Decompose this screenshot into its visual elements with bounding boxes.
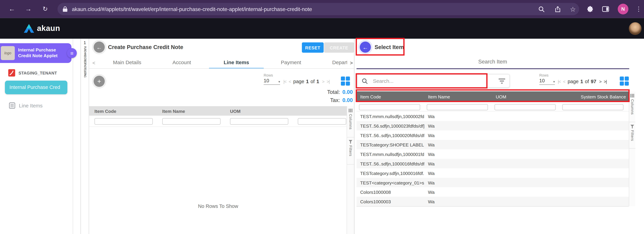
browser-menu-icon[interactable]: ⋮ — [634, 0, 643, 18]
browser-profile-avatar[interactable]: N — [618, 4, 628, 15]
page-tab-strip[interactable]: 1 PURCHASE CREDIT NOTE LISTING — [80, 39, 89, 234]
paginator: |< < page 1 of 1 > >| — [284, 79, 330, 84]
filter-input-system-stock-balance[interactable] — [562, 104, 623, 110]
table-row[interactable]: TEST.mmm.nullsdfjn,1000001fd... Wa — [356, 149, 629, 159]
columns-tool-button[interactable]: Columns — [629, 91, 635, 122]
pagination-last-icon[interactable]: >| — [327, 79, 330, 84]
pagination-next-icon[interactable]: > — [599, 79, 601, 84]
table-filter-row — [356, 102, 629, 111]
columns-icon — [630, 94, 634, 97]
rows-per-page-select[interactable]: 10 ▾ — [264, 78, 280, 85]
applet-logo: logo — [1, 46, 15, 60]
browser-back-icon[interactable]: ← — [6, 0, 18, 18]
browser-forward-icon[interactable]: → — [22, 0, 34, 18]
filter-list-icon[interactable] — [498, 78, 505, 83]
grid-view-icon[interactable] — [620, 76, 629, 85]
reset-button[interactable]: RESET — [302, 42, 324, 53]
browser-toolbar: ← → ↻ akaun.cloud/#/applets/tnt/wavelet/… — [0, 0, 644, 18]
pagination-prev-icon[interactable]: < — [563, 79, 565, 84]
item-code-cell: TEST..56.sdfjn,1000023fdfds/df]... — [356, 123, 424, 128]
tabs-viewport: Main Details Account Line Items Payment … — [100, 58, 347, 68]
sidebar-item-line-items[interactable]: Line Items — [9, 102, 42, 108]
filter-input-item-name[interactable] — [427, 104, 488, 110]
module-button[interactable]: Internal Purchase Cred — [5, 81, 68, 94]
filter-input-item-code[interactable] — [94, 118, 153, 125]
table-row[interactable]: TEST..56..sdfjn,1000020fdfds/df... Wa — [356, 131, 629, 140]
bookmark-star-icon[interactable]: ☆ — [570, 3, 576, 15]
item-code-cell: TESTcategory.sdfjn,1000016fdf... — [356, 171, 424, 175]
user-avatar[interactable] — [629, 22, 642, 35]
column-header-item-name[interactable]: Item Name — [157, 108, 224, 113]
filter-input-extra[interactable] — [298, 118, 346, 125]
akaun-logo-icon — [24, 24, 34, 33]
filters-tool-button[interactable]: Filters — [629, 122, 635, 149]
pagination-prev-icon[interactable]: < — [289, 79, 291, 84]
tab-department[interactable]: Department — [318, 58, 347, 68]
columns-tool-button[interactable]: Columns — [347, 106, 354, 138]
column-header-uom[interactable]: UOM — [225, 108, 292, 113]
tab-scroll-right-icon[interactable]: > — [350, 60, 353, 66]
item-search-input[interactable] — [371, 77, 499, 85]
sidebar-menu-toggle-icon[interactable]: ≡ — [67, 48, 77, 58]
create-button[interactable]: CREATE — [324, 42, 354, 53]
tab-account[interactable]: Account — [154, 58, 209, 68]
browser-reload-icon[interactable]: ↻ — [39, 0, 51, 18]
table-row[interactable]: TESTcategory:SHOPEE LABEL Ar... Wa — [356, 140, 629, 150]
applet-button[interactable]: logo Internal Purchase Credit Note Apple… — [0, 43, 72, 63]
table-row[interactable]: TESTcategory.sdfjn,1000016fdf... Wa — [356, 168, 629, 178]
filter-input-item-name[interactable] — [162, 118, 220, 125]
table-row[interactable]: TEST..56.sdfjn,1000023fdfds/df]... Wa — [356, 121, 629, 131]
search-heading: Search Item — [356, 58, 629, 64]
tab-scroll-left-icon[interactable]: < — [92, 60, 95, 66]
tenant-row[interactable]: STAGING_TENANT — [8, 69, 57, 76]
back-button[interactable]: ← — [360, 42, 371, 53]
purchase-credit-note-panel: ← Create Purchase Credit Note RESET CREA… — [89, 39, 354, 234]
rows-per-page-select[interactable]: 10 ▾ — [539, 78, 555, 85]
rows-per-page-label: Rows — [264, 73, 273, 77]
table-row[interactable]: Colors1000008 Wa — [356, 187, 629, 197]
back-button[interactable]: ← — [94, 42, 105, 53]
pagination-first-icon[interactable]: |< — [284, 79, 286, 84]
item-name-cell: Wa — [424, 152, 492, 157]
tax-value: 0.00 — [342, 96, 353, 105]
table-row[interactable]: TEST.mmm.nullsdfjn,1000002fd... Wa — [356, 111, 629, 121]
add-line-item-button[interactable]: + — [94, 76, 105, 87]
column-header-item-name[interactable]: Item Name — [424, 94, 492, 99]
filter-input-uom[interactable] — [230, 118, 288, 125]
omnibox-search-icon[interactable] — [538, 3, 544, 15]
table-row[interactable]: Colors1000003 Wa — [356, 197, 629, 206]
pagination-first-icon[interactable]: |< — [558, 79, 561, 84]
table-row[interactable]: TEST<category<category_01>s... Wa — [356, 178, 629, 187]
grid-view-icon[interactable] — [341, 76, 350, 85]
browser-window: ← → ↻ akaun.cloud/#/applets/tnt/wavelet/… — [0, 0, 644, 234]
share-icon[interactable] — [555, 3, 561, 15]
column-header-item-code[interactable]: Item Code — [89, 108, 157, 113]
akaun-logo[interactable]: akaun — [24, 18, 60, 39]
address-bar[interactable]: akaun.cloud/#/applets/tnt/wavelet/erp/in… — [58, 3, 579, 15]
item-code-cell: TEST..56..sdfjn,1000016fdfds/df... — [356, 161, 424, 166]
column-header-uom[interactable]: UOM — [492, 94, 560, 99]
filter-input-uom[interactable] — [494, 104, 556, 110]
filter-input-item-code[interactable] — [359, 104, 420, 110]
item-code-cell: TEST..56..sdfjn,1000020fdfds/df... — [356, 133, 424, 138]
plus-icon: + — [97, 78, 101, 85]
sidebar-item-label: Line Items — [19, 103, 43, 108]
tab-main-details[interactable]: Main Details — [100, 58, 154, 68]
page-index: 1 — [81, 40, 89, 45]
item-name-cell: Wa — [424, 161, 492, 166]
column-header-system-stock-balance[interactable]: System Stock Balance — [560, 94, 629, 99]
side-panel-icon[interactable] — [602, 6, 609, 12]
total-value: 0.00 — [342, 88, 353, 96]
pagination-next-icon[interactable]: > — [322, 79, 324, 84]
table-row[interactable]: TEST..56..sdfjn,1000016fdfds/df... Wa — [356, 159, 629, 168]
table-header: Item Code Item Name UOM System Stock Bal… — [356, 91, 629, 102]
extensions-puzzle-icon[interactable] — [587, 6, 594, 12]
filters-tool-button[interactable]: Filters — [347, 138, 354, 165]
rows-per-page-value: 10 — [539, 78, 545, 83]
item-code-cell: TEST.mmm.nullsdfjn,1000001fd... — [356, 152, 424, 157]
tab-payment[interactable]: Payment — [264, 58, 318, 68]
tab-line-items[interactable]: Line Items — [209, 58, 264, 68]
pagination-last-icon[interactable]: >| — [604, 79, 606, 84]
column-header-item-code[interactable]: Item Code — [356, 94, 424, 99]
page-indicator: page 1 of 97 — [568, 79, 597, 84]
